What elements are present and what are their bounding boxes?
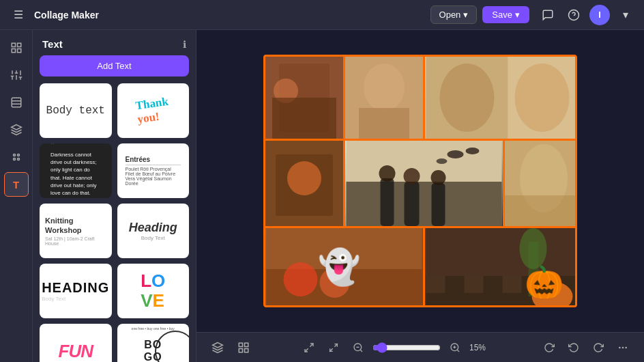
entrees-content: Entrées Poulet Rôti Provençal Filet de B… — [121, 152, 186, 190]
add-text-button[interactable]: Add Text — [40, 55, 189, 76]
heading-sub-label: Body Text — [129, 235, 177, 241]
text-card-entrees[interactable]: Entrées Poulet Rôti Provençal Filet de B… — [117, 143, 190, 198]
collage-cell-6[interactable] — [505, 141, 577, 226]
svg-rect-5 — [12, 49, 15, 53]
sidebar-item-sliders[interactable] — [4, 63, 29, 87]
svg-rect-69 — [239, 348, 242, 352]
redo-icon — [593, 342, 604, 353]
svg-point-46 — [404, 168, 420, 184]
love-v: V — [141, 291, 152, 311]
body-text-label: Body text — [46, 105, 105, 117]
text-card-fun[interactable]: FUN — [40, 324, 112, 362]
zoom-out-button[interactable] — [348, 337, 368, 358]
svg-rect-43 — [381, 178, 394, 226]
help-icon — [568, 9, 580, 21]
app-title: Collage Maker — [34, 10, 99, 20]
sidebar-item-layers[interactable] — [4, 117, 29, 142]
text-card-bogo[interactable]: BO GO one free • buy one free • buy — [117, 324, 190, 362]
text-card-love[interactable]: L O V E — [117, 264, 190, 318]
collage-container: 👻 🎃 — [263, 55, 577, 307]
bogo-content: BO GO — [144, 339, 162, 362]
expand-button[interactable] — [299, 337, 319, 358]
sidebar-item-grid[interactable] — [4, 36, 29, 60]
sidebar-item-text[interactable]: T — [4, 172, 29, 197]
account-chevron[interactable]: ▾ — [615, 5, 636, 25]
text-card-heading[interactable]: Heading Body Text — [117, 204, 190, 258]
svg-rect-26 — [272, 98, 336, 139]
zoom-in-button[interactable] — [445, 337, 465, 358]
text-panel: Text ℹ Add Text Body text Thankyou! " Da… — [33, 30, 196, 362]
more-icon — [617, 342, 628, 353]
save-button[interactable]: Save ▾ — [482, 6, 529, 23]
avatar-label: I — [598, 10, 601, 20]
love-l: L — [141, 271, 151, 291]
love-e: E — [153, 291, 164, 311]
svg-rect-59 — [465, 276, 484, 293]
svg-point-83 — [619, 347, 620, 348]
sliders-icon — [10, 69, 23, 81]
svg-line-75 — [360, 350, 362, 352]
grid-view-button[interactable] — [233, 337, 254, 358]
text-card-thankyou[interactable]: Thankyou! — [117, 83, 190, 138]
panel-title: Text — [42, 38, 63, 50]
chevron-down-icon: ▾ — [623, 8, 628, 21]
collage-cell-5[interactable] — [345, 141, 503, 226]
text-card-dark-quote[interactable]: " Darkness cannot drive out darkness; on… — [40, 143, 112, 198]
collage-cell-8[interactable] — [425, 228, 577, 307]
grid-icon — [10, 42, 23, 54]
love-row2: V E — [141, 291, 165, 311]
menu-button[interactable]: ☰ — [8, 5, 29, 25]
chat-button[interactable] — [538, 5, 558, 25]
layers-button[interactable] — [207, 337, 228, 358]
collage-cell-3[interactable] — [425, 57, 577, 139]
collage-cell-4[interactable] — [265, 141, 343, 226]
text-card-knitting[interactable]: KnittingWorkshop Sat 12th | 10am-2 Craft… — [40, 204, 112, 258]
help-button[interactable] — [564, 5, 584, 25]
text-card-heading-bold[interactable]: HEADING Body Text — [40, 264, 112, 318]
collage-cell-2[interactable] — [345, 57, 423, 139]
fit-icon — [328, 342, 339, 353]
heading-content: Heading Body Text — [129, 221, 177, 241]
photo-svg-2 — [345, 57, 423, 139]
text-card-body[interactable]: Body text — [40, 83, 112, 138]
entrees-divider — [126, 165, 181, 165]
topbar-right: I ▾ — [538, 5, 636, 25]
svg-point-64 — [520, 228, 547, 269]
rotate-cw-button[interactable] — [539, 337, 559, 358]
photo-svg-3 — [425, 57, 577, 139]
svg-line-70 — [310, 344, 313, 347]
bottom-toolbar: 15% — [196, 332, 644, 362]
avatar-button[interactable]: I — [589, 5, 610, 25]
svg-point-44 — [379, 165, 396, 182]
redo-button[interactable] — [588, 337, 609, 358]
sidebar-item-apps[interactable] — [4, 145, 29, 169]
fit-button[interactable] — [323, 337, 344, 358]
more-options-button[interactable] — [613, 337, 633, 358]
photo-svg-6 — [505, 141, 577, 226]
photo-6 — [505, 141, 577, 226]
svg-rect-66 — [239, 343, 242, 346]
dark-quote-content: " Darkness cannot drive out darkness; on… — [45, 143, 106, 198]
main-layout: T Text ℹ Add Text Body text Thankyou! " … — [0, 30, 644, 362]
undo-icon — [568, 342, 579, 353]
knitting-title: KnittingWorkshop — [45, 216, 106, 236]
zoom-slider[interactable] — [372, 342, 441, 353]
heading-bold-label: HEADING — [42, 280, 109, 296]
topbar-center: Open ▾ Save ▾ — [430, 5, 529, 24]
text-sidebar-icon: T — [13, 179, 19, 191]
photo-svg-5 — [345, 141, 503, 226]
rotate-cw-icon — [544, 342, 555, 353]
bogo-line2: GO — [144, 351, 162, 362]
dark-quote-text: Darkness cannot drive out darkness; only… — [50, 151, 101, 197]
collage-cell-7[interactable] — [265, 228, 423, 307]
photo-1 — [265, 57, 343, 139]
collage-canvas[interactable] — [263, 55, 577, 307]
heading-label: Heading — [129, 221, 177, 235]
open-button[interactable]: Open ▾ — [430, 5, 478, 24]
collage-cell-1[interactable] — [265, 57, 343, 139]
svg-rect-3 — [17, 43, 20, 46]
sidebar-item-layout[interactable] — [4, 90, 29, 115]
undo-button[interactable] — [564, 337, 584, 358]
fun-text: FUN — [59, 341, 93, 362]
photo-8 — [425, 228, 577, 307]
